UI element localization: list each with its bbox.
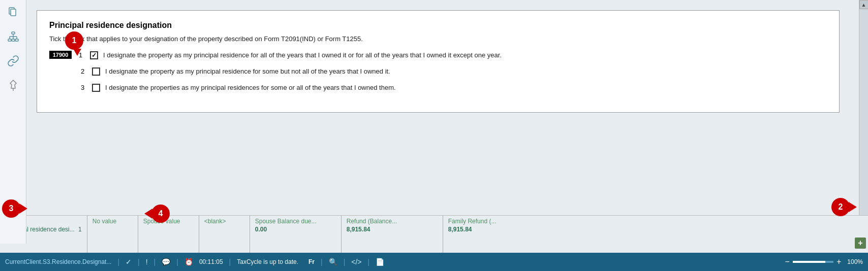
- col-spouse-balance: Spouse Balance due... 0.00: [250, 216, 342, 253]
- add-button[interactable]: +: [855, 238, 866, 249]
- svg-rect-2: [12, 32, 15, 34]
- option-checkbox-3[interactable]: [92, 84, 100, 92]
- left-sidebar: [0, 0, 26, 244]
- svg-rect-4: [12, 39, 15, 41]
- bottom-columns: year Principal residence desi... 1 No va…: [0, 215, 868, 253]
- col-no-value: No value: [87, 216, 138, 253]
- pin-icon[interactable]: [5, 77, 21, 93]
- col-blank: <blank>: [199, 216, 250, 253]
- status-path: CurrentClient.S3.Residence.Designat...: [5, 258, 111, 265]
- hierarchy-icon[interactable]: [5, 28, 21, 45]
- main-content-area: Principal residence designation Tick the…: [26, 0, 859, 215]
- warning-icon[interactable]: !: [146, 258, 148, 266]
- col-no-value-header: No value: [92, 218, 133, 226]
- option-number-3: 3: [81, 84, 87, 91]
- option-text-3: I designate the properties as my princip…: [105, 83, 396, 92]
- col-spouse-value: Spouse value: [138, 216, 199, 253]
- status-time: 00:11:05: [199, 258, 223, 265]
- form-option-3: 3 I designate the properties as my princ…: [49, 83, 827, 92]
- zoom-level: 100%: [847, 258, 863, 265]
- option-text-2: I designate the property as my principal…: [105, 67, 390, 76]
- option-number-2: 2: [81, 67, 87, 75]
- field-code-17900: 17900: [49, 51, 72, 59]
- form-title: Principal residence designation: [49, 21, 827, 30]
- col-family-refund-header: Family Refund (...: [448, 218, 863, 226]
- svg-rect-1: [11, 9, 16, 16]
- scrollbar-right[interactable]: ▲ ▼: [859, 0, 868, 244]
- pages-icon[interactable]: [5, 4, 21, 20]
- svg-rect-3: [8, 39, 11, 41]
- zoom-slider[interactable]: [793, 261, 833, 263]
- col-family-refund-val: 8,915.84: [448, 226, 863, 233]
- form-box: Principal residence designation Tick the…: [37, 10, 840, 113]
- zoom-plus-button[interactable]: +: [836, 257, 841, 266]
- col-refund-val: 8,915.84: [347, 226, 438, 233]
- status-lang: Fr: [308, 258, 315, 265]
- status-bar: CurrentClient.S3.Residence.Designat... |…: [0, 253, 868, 271]
- link-icon[interactable]: [5, 53, 21, 69]
- check-icon[interactable]: ✓: [126, 258, 132, 266]
- col-spouse-value-header: Spouse value: [143, 218, 194, 226]
- form-option-1: 17900 1 I designate the property as my p…: [49, 51, 827, 60]
- doc-icon[interactable]: 📄: [376, 258, 384, 266]
- col-family-refund: Family Refund (... 8,915.84: [443, 216, 868, 253]
- option-number-1: 1: [79, 51, 85, 59]
- code-icon[interactable]: </>: [351, 258, 361, 266]
- zoom-controls: − + 100%: [785, 257, 863, 266]
- option-text-1: I designate the property as my principal…: [103, 51, 502, 60]
- scroll-up-arrow[interactable]: ▲: [859, 0, 869, 9]
- option-checkbox-2[interactable]: [92, 67, 100, 76]
- col-refund-header: Refund (Balance...: [347, 218, 438, 226]
- form-option-2: 2 I designate the property as my princip…: [49, 67, 827, 76]
- option-checkbox-1[interactable]: [90, 51, 98, 59]
- clock-icon: ⏰: [184, 258, 193, 266]
- col-spouse-balance-val: 0.00: [255, 226, 336, 233]
- col-blank-header: <blank>: [204, 218, 244, 226]
- zoom-minus-button[interactable]: −: [785, 257, 790, 266]
- status-message: TaxCycle is up to date.: [237, 258, 298, 265]
- col-spouse-balance-header: Spouse Balance due...: [255, 218, 336, 226]
- col-refund: Refund (Balance... 8,915.84: [342, 216, 443, 253]
- message-icon[interactable]: 💬: [162, 258, 170, 266]
- svg-rect-5: [15, 39, 18, 41]
- zoom-icon[interactable]: 🔍: [329, 258, 337, 266]
- form-description: Tick the box that applies to your design…: [49, 35, 827, 43]
